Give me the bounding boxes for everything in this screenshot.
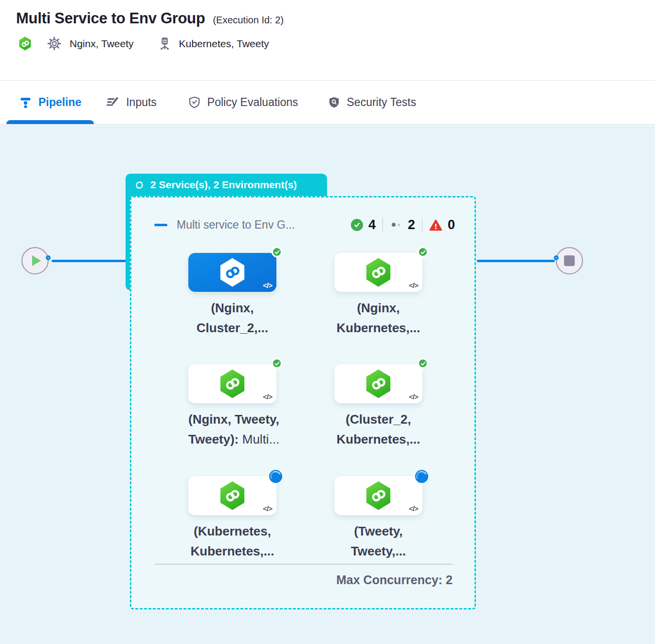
tab-pipeline-label: Pipeline bbox=[38, 96, 81, 109]
node-label: (Kubernetes, Kubernetes,... bbox=[188, 521, 276, 561]
failed-count-icon bbox=[429, 219, 442, 231]
matrix-node[interactable]: </> (Kubernetes, Kubernetes,... bbox=[188, 476, 276, 561]
stage-node-card[interactable]: </> bbox=[188, 476, 276, 515]
tab-inputs-label: Inputs bbox=[126, 96, 157, 109]
code-icon: </> bbox=[409, 504, 418, 513]
pipeline-start-node bbox=[21, 247, 49, 274]
stage-node-card[interactable]: </> bbox=[334, 364, 422, 403]
environments-label: Kubernetes, Tweety bbox=[179, 38, 269, 50]
running-count: 2 bbox=[408, 217, 415, 233]
harness-service-icon bbox=[365, 369, 392, 398]
harness-service-icon bbox=[365, 258, 392, 287]
pipeline-canvas: 2 Service(s), 2 Environment(s) Multi ser… bbox=[0, 125, 655, 644]
services-label: Nginx, Tweety bbox=[70, 38, 134, 50]
node-label: (Nginx, Tweety, Tweety): Multi... bbox=[188, 410, 276, 449]
tab-inputs[interactable]: Inputs bbox=[94, 81, 169, 124]
stage-node-card[interactable]: </> bbox=[334, 253, 422, 292]
status-success-icon bbox=[272, 247, 282, 257]
max-concurrency-label: Max Concurrency: 2 bbox=[154, 573, 453, 587]
stage-node-card[interactable]: </> bbox=[334, 476, 422, 515]
node-label: (Nginx, Cluster_2,... bbox=[188, 298, 276, 338]
pipeline-end-node bbox=[556, 247, 583, 274]
harness-service-icon bbox=[219, 481, 246, 510]
stage-header: Multi service to Env G... 4 2 0 bbox=[154, 216, 455, 233]
title-row: Multi Service to Env Group (Execution Id… bbox=[0, 0, 655, 27]
tab-policy-evaluations[interactable]: Policy Evaluations bbox=[175, 81, 311, 124]
stage-name[interactable]: Multi service to Env G... bbox=[177, 218, 295, 232]
success-count-icon bbox=[351, 219, 363, 231]
status-running-icon bbox=[415, 470, 428, 483]
environments-icon bbox=[157, 36, 172, 51]
divider bbox=[382, 217, 383, 232]
stage-matrix-badge-label: 2 Service(s), 2 Environment(s) bbox=[150, 179, 297, 191]
status-success-icon bbox=[418, 358, 428, 369]
matrix-node[interactable]: </> (Tweety, Tweety,... bbox=[334, 476, 422, 561]
code-icon: </> bbox=[409, 281, 418, 289]
collapse-stage-icon[interactable] bbox=[154, 224, 167, 226]
divider bbox=[422, 217, 422, 232]
stage-status-counts: 4 2 0 bbox=[351, 217, 455, 233]
code-icon: </> bbox=[409, 393, 418, 401]
status-success-icon bbox=[272, 358, 282, 369]
execution-tabs: Pipeline Inputs Policy Evaluations bbox=[0, 81, 655, 125]
tab-security-tests[interactable]: Security Tests bbox=[315, 81, 429, 124]
matrix-node[interactable]: </> (Nginx, Cluster_2,... bbox=[188, 253, 276, 338]
connector-line-left bbox=[52, 260, 127, 262]
policy-evaluations-icon bbox=[188, 96, 201, 109]
stage-node-card[interactable]: </> bbox=[188, 364, 276, 403]
stage-node-card[interactable]: </> bbox=[188, 253, 276, 292]
status-running-icon bbox=[269, 470, 282, 483]
status-success-icon bbox=[418, 247, 428, 257]
tab-security-tests-label: Security Tests bbox=[347, 96, 417, 109]
node-label: (Tweety, Tweety,... bbox=[334, 521, 422, 561]
page-title: Multi Service to Env Group bbox=[16, 10, 205, 27]
running-count-icon bbox=[390, 223, 402, 227]
code-icon: </> bbox=[263, 504, 272, 513]
connector-line-right bbox=[477, 260, 555, 262]
stage-box: Multi service to Env G... 4 2 0 bbox=[130, 196, 476, 609]
failed-count: 0 bbox=[448, 217, 455, 233]
connector-dot-left bbox=[46, 255, 51, 260]
matrix-node[interactable]: </> (Nginx, Tweety, Tweety): Multi... bbox=[188, 364, 276, 449]
stop-icon bbox=[564, 255, 575, 266]
services-gear-icon bbox=[47, 36, 62, 51]
code-icon: </> bbox=[263, 393, 272, 401]
execution-id: (Execution Id: 2) bbox=[213, 15, 284, 26]
code-icon: </> bbox=[263, 281, 272, 289]
page-header: Multi Service to Env Group (Execution Id… bbox=[0, 0, 655, 81]
harness-service-icon bbox=[365, 481, 392, 510]
connector-dot-right bbox=[554, 255, 559, 260]
stage-footer-divider bbox=[154, 564, 453, 565]
pipeline-meta-row: Nginx, Tweety Kubernetes, Tweety bbox=[18, 36, 655, 51]
tab-policy-evaluations-label: Policy Evaluations bbox=[207, 96, 298, 109]
node-label: (Cluster_2, Kubernetes,... bbox=[334, 410, 422, 449]
node-label: (Nginx, Kubernetes,... bbox=[334, 298, 422, 338]
harness-cd-icon bbox=[18, 36, 32, 51]
play-icon bbox=[32, 255, 41, 266]
matrix-node[interactable]: </> (Nginx, Kubernetes,... bbox=[334, 253, 422, 338]
success-count: 4 bbox=[368, 217, 376, 233]
pipeline-icon bbox=[19, 96, 32, 109]
harness-service-icon bbox=[219, 369, 246, 398]
security-tests-icon bbox=[328, 96, 341, 109]
matrix-node[interactable]: </> (Cluster_2, Kubernetes,... bbox=[334, 364, 422, 449]
harness-service-icon bbox=[219, 258, 246, 287]
loop-icon bbox=[134, 179, 145, 191]
inputs-icon bbox=[107, 96, 120, 109]
tab-pipeline[interactable]: Pipeline bbox=[6, 81, 94, 124]
